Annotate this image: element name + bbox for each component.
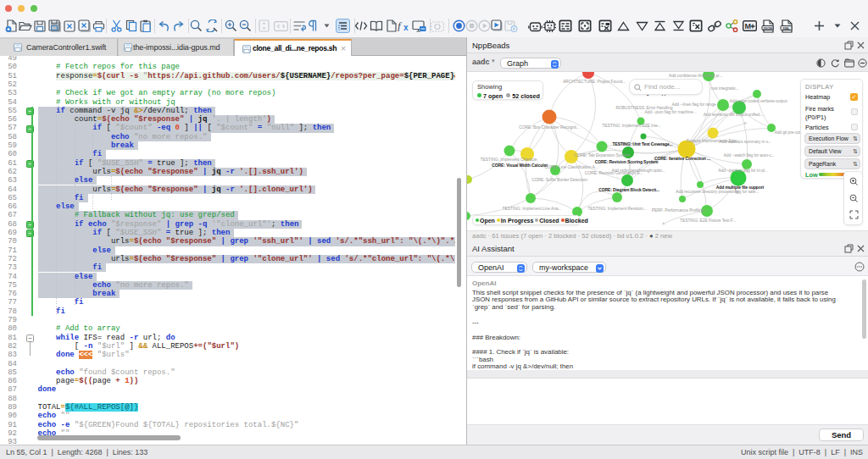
svg-text:CORE: Tab Expansion System: CORE: Tab Expansion System	[574, 152, 629, 158]
svg-text:CORE: Revision Scoring System: CORE: Revision Scoring System	[595, 159, 659, 164]
svg-text:CORE: Suffix Border Detection: CORE: Suffix Border Detection	[531, 177, 587, 182]
svg-text:TESTING: Implement E2E Inte...: TESTING: Implement E2E Inte...	[602, 123, 661, 128]
svg-text:Add --watch flag for auto-c...: Add --watch flag for auto-c...	[724, 152, 775, 158]
svg-text:PERF: Performance Profiling...: PERF: Performance Profiling...	[652, 207, 707, 213]
svg-text:Add --backup flag for in-pl...: Add --backup flag for in-pl...	[718, 168, 767, 173]
svg-text:TESTING: E2E Fixture Test F...: TESTING: E2E Fixture Test F...	[680, 218, 736, 223]
svg-text:CORE: Diagram Block Detecti...: CORE: Diagram Block Detecti...	[598, 187, 659, 192]
svg-text:Add --json flag for machine...: Add --json flag for machine...	[645, 109, 697, 114]
svg-text:f: f	[398, 20, 403, 31]
svg-text:Add stdin passthrough optio...: Add stdin passthrough optio...	[611, 168, 665, 173]
svg-text:Add --lines flag for range: Add --lines flag for range	[671, 102, 715, 107]
svg-text:ARCHITECTURE: Project Found...: ARCHITECTURE: Project Found...	[563, 79, 626, 84]
svg-text:XML: XML	[782, 25, 790, 30]
svg-text:JSON: JSON	[763, 25, 772, 30]
svg-text:CORE: Box Character Recognit..: CORE: Box Character Recognit...	[519, 124, 579, 130]
svg-text:flag for safe...: flag for safe...	[735, 189, 760, 194]
svg-text:TESTING: Unit Test Coverage...: TESTING: Unit Test Coverage...	[612, 141, 673, 147]
svg-text:TESTING: Implement Characte: TESTING: Implement Characte	[481, 157, 537, 162]
svg-text:TESTING: Implement Revision...: TESTING: Implement Revision...	[587, 206, 647, 211]
svg-text:CORE: Iterative Correction ...: CORE: Iterative Correction ...	[654, 156, 711, 161]
svg-text:Add statistics summary in v...: Add statistics summary in v...	[719, 139, 771, 144]
svg-text:CORE: Visual Width Calculat: CORE: Visual Width Calculat	[492, 163, 548, 168]
svg-text:TESTING: Implement Line Ana...: TESTING: Implement Line Ana...	[503, 206, 562, 211]
svg-text:Add confidence threshold pr...: Add confidence threshold pr...	[669, 73, 722, 78]
svg-text:rust integratio...: rust integratio...	[711, 86, 739, 91]
svg-text:Add recursive directory proces: Add recursive directory processing	[676, 189, 738, 194]
svg-text:Add semantic diff output unifi: Add semantic diff output unified...	[704, 112, 763, 117]
svg-text:M: M	[745, 22, 752, 30]
svg-text:x: x	[403, 23, 409, 31]
svg-text:CORE: Line Classification A...: CORE: Line Classification A...	[544, 164, 598, 169]
svg-text:Add color-coded verbose output: Add color-coded verbose output	[730, 98, 788, 103]
